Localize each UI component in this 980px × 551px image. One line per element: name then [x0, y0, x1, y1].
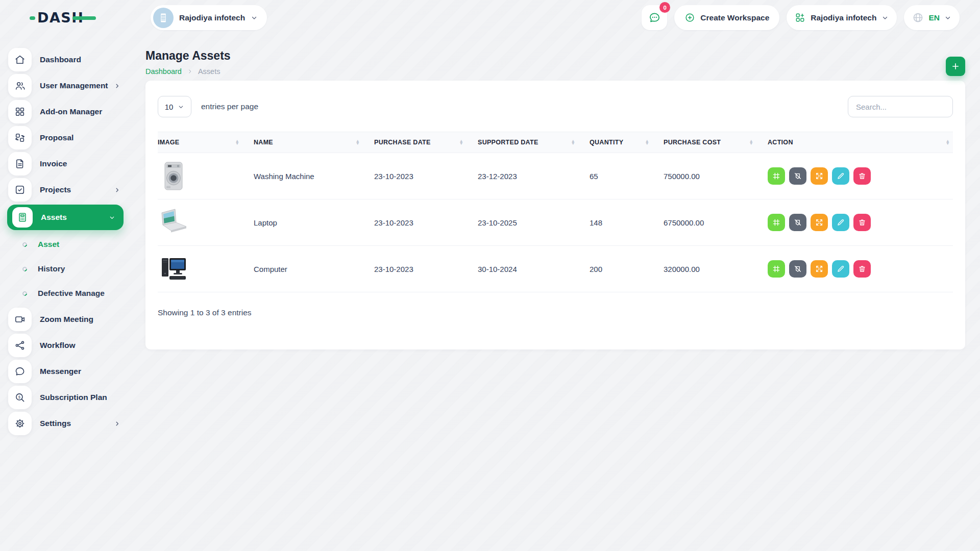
- sidebar-subitem-label: Asset: [38, 240, 59, 249]
- sidebar-subitem-asset[interactable]: Asset: [22, 233, 127, 256]
- check-square-icon: [8, 178, 32, 202]
- sidebar-item-label: Subscription Plan: [40, 393, 107, 402]
- cell-supported-date: 30-10-2024: [478, 265, 590, 273]
- sidebar-item-invoice[interactable]: Invoice: [8, 152, 127, 176]
- add-asset-button[interactable]: [946, 57, 965, 76]
- sidebar-item-label: Proposal: [40, 133, 74, 142]
- sidebar-item-workflow[interactable]: Workflow: [8, 334, 127, 357]
- trash-icon: [860, 266, 865, 271]
- app-logo[interactable]: DASH: [30, 9, 97, 27]
- grid-icon: [8, 100, 32, 123]
- chevron-right-icon: [114, 83, 120, 89]
- column-header-supported-date[interactable]: SUPPORTED DATE ▲▼: [478, 139, 590, 146]
- org-grid-plus-icon: [797, 14, 804, 21]
- sidebar-item-projects[interactable]: Projects: [8, 178, 127, 202]
- breadcrumb-dashboard-link[interactable]: Dashboard: [145, 67, 182, 76]
- sidebar-subitem-label: Defective Manage: [38, 289, 105, 298]
- frame-icon: [773, 173, 779, 179]
- chevron-down-icon: [178, 104, 184, 110]
- sidebar-item-label: Messenger: [40, 367, 81, 376]
- table-header-row: IMAGE ▲▼ NAME ▲▼ PURCHASE DATE ▲▼ SUPPOR…: [158, 132, 953, 153]
- computer-photo: [158, 253, 254, 285]
- edit-action-button[interactable]: [832, 260, 849, 278]
- users-icon: [8, 74, 32, 97]
- plus-circle-icon: [686, 14, 694, 21]
- sidebar-subitem-history[interactable]: History: [22, 258, 127, 280]
- language-selector[interactable]: EN: [904, 5, 960, 30]
- page-title: Manage Assets: [145, 49, 965, 63]
- messages-button[interactable]: 0: [642, 5, 667, 30]
- barcode-off-icon: [795, 266, 801, 272]
- sort-icon: ▲▼: [459, 140, 463, 145]
- sidebar-subitem-label: History: [38, 264, 65, 273]
- sidebar-item-label: Settings: [40, 419, 71, 428]
- breadcrumb: Dashboard Assets: [145, 67, 965, 76]
- column-header-action[interactable]: ACTION ▲▼: [768, 139, 953, 146]
- washing-machine-photo: [158, 160, 254, 192]
- sort-icon: ▲▼: [645, 140, 649, 145]
- row-actions: [768, 260, 953, 278]
- barcode-off-action-button[interactable]: [789, 260, 806, 278]
- sidebar-item-user-management[interactable]: User Management: [8, 74, 127, 97]
- search-input[interactable]: [848, 96, 953, 117]
- expand-action-button[interactable]: [811, 214, 828, 231]
- pencil-icon: [838, 173, 843, 179]
- expand-action-button[interactable]: [811, 167, 828, 185]
- sidebar-item-dashboard[interactable]: Dashboard: [8, 48, 127, 71]
- chevron-down-icon: [881, 14, 889, 21]
- search-dollar-icon: [8, 386, 32, 409]
- expand-icon: [817, 266, 822, 272]
- create-workspace-button[interactable]: Create Workspace: [674, 5, 779, 30]
- sidebar-subitem-defective-manage[interactable]: Defective Manage: [22, 282, 127, 305]
- home-icon: [8, 48, 32, 71]
- messages-badge: 0: [659, 2, 670, 13]
- frame-icon: [773, 219, 779, 225]
- edit-action-button[interactable]: [832, 214, 849, 231]
- row-actions: [768, 214, 953, 231]
- entries-per-page-select[interactable]: 10: [158, 96, 191, 117]
- cell-quantity: 65: [590, 172, 664, 181]
- sidebar-item-addon-manager[interactable]: Add-on Manager: [8, 100, 127, 123]
- trash-icon: [860, 220, 865, 225]
- assets-table-card: 10 entries per page IMAGE ▲▼ NAME ▲▼ PUR…: [145, 81, 965, 349]
- frame-action-button[interactable]: [768, 260, 785, 278]
- topbar: DASH Rajodiya infotech 0 Create Workspac…: [0, 0, 980, 36]
- barcode-off-action-button[interactable]: [789, 167, 806, 185]
- sidebar-item-messenger[interactable]: Messenger: [8, 360, 127, 383]
- barcode-off-icon: [795, 220, 801, 226]
- workspace-selector[interactable]: Rajodiya infotech: [151, 5, 267, 30]
- sidebar-item-subscription-plan[interactable]: Subscription Plan: [8, 386, 127, 409]
- column-header-purchase-cost[interactable]: PURCHASE COST ▲▼: [664, 139, 768, 146]
- column-header-name[interactable]: NAME ▲▼: [254, 139, 374, 146]
- column-header-purchase-date[interactable]: PURCHASE DATE ▲▼: [374, 139, 478, 146]
- sidebar-item-label: Add-on Manager: [40, 107, 102, 116]
- expand-action-button[interactable]: [811, 260, 828, 278]
- column-header-image[interactable]: IMAGE ▲▼: [158, 139, 254, 146]
- edit-action-button[interactable]: [832, 167, 849, 185]
- gear-icon: [8, 412, 32, 435]
- cell-purchase-cost: 320000.00: [664, 265, 768, 273]
- barcode-off-action-button[interactable]: [789, 214, 806, 231]
- sidebar: Dashboard User Management Add-on Manager…: [0, 36, 134, 438]
- entries-per-page-value: 10: [165, 103, 174, 111]
- share-nodes-icon: [8, 334, 32, 357]
- sidebar-item-settings[interactable]: Settings: [8, 412, 127, 435]
- delete-action-button[interactable]: [853, 214, 871, 231]
- sidebar-item-zoom-meeting[interactable]: Zoom Meeting: [8, 308, 127, 331]
- laptop-photo: [158, 207, 254, 238]
- delete-action-button[interactable]: [853, 167, 871, 185]
- sort-icon: ▲▼: [946, 140, 950, 145]
- delete-action-button[interactable]: [853, 260, 871, 278]
- column-header-quantity[interactable]: QUANTITY ▲▼: [590, 139, 664, 146]
- frame-action-button[interactable]: [768, 167, 785, 185]
- sidebar-item-proposal[interactable]: Proposal: [8, 126, 127, 149]
- expand-icon: [817, 220, 822, 226]
- sidebar-item-assets[interactable]: Assets: [7, 205, 124, 230]
- company-selector[interactable]: Rajodiya infotech: [787, 5, 897, 30]
- breadcrumb-current: Assets: [198, 67, 220, 76]
- cell-purchase-date: 23-10-2023: [374, 265, 478, 273]
- plus-icon: [953, 64, 959, 69]
- frame-action-button[interactable]: [768, 214, 785, 231]
- building-icon: [161, 13, 166, 22]
- bullet-icon: [21, 266, 28, 272]
